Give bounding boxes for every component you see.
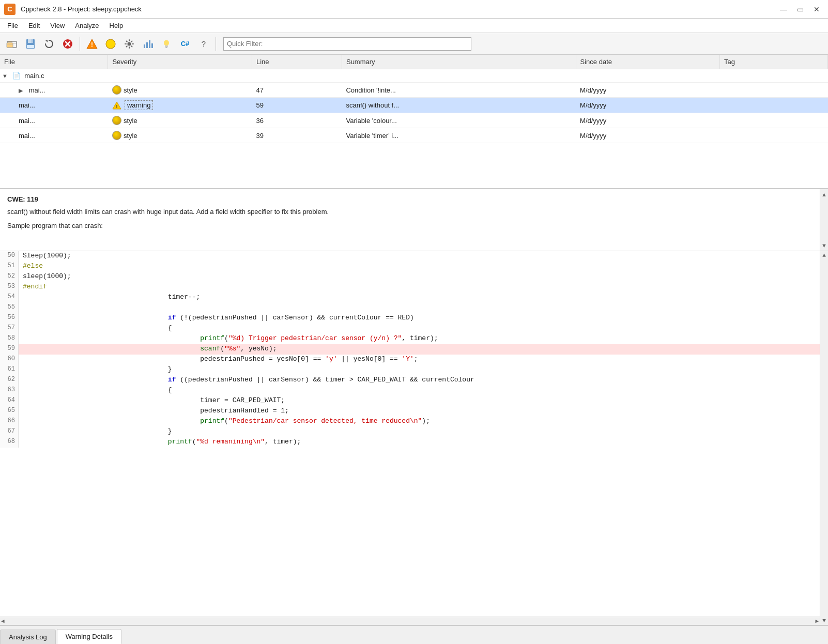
file-group-row[interactable]: ▼ 📄 main.c	[0, 69, 828, 83]
row2-severity: warning	[125, 100, 154, 110]
menu-help[interactable]: Help	[104, 20, 129, 32]
expand-icon-row1[interactable]: ▶	[19, 87, 26, 94]
tab-warning-details[interactable]: Warning Details	[57, 629, 121, 644]
row2-summary: scanf() without f...	[342, 98, 576, 113]
line-content: #endif	[19, 282, 49, 293]
description-panel: CWE: 119 scanf() without field width lim…	[0, 189, 828, 251]
toolbar-open[interactable]	[3, 36, 21, 52]
description-text: scanf() without field width limits can c…	[7, 207, 821, 217]
row2-date: M/d/yyyy	[576, 98, 720, 113]
cwe-label: CWE: 119	[7, 194, 821, 205]
col-header-file: File	[0, 55, 108, 69]
line-number: 57	[0, 324, 19, 334]
row1-file: mai...	[29, 86, 45, 94]
line-number: 50	[0, 251, 19, 262]
line-number: 62	[0, 375, 19, 386]
toolbar-statistics[interactable]	[139, 36, 157, 52]
row1-line: 47	[252, 83, 342, 98]
line-number: 61	[0, 365, 19, 375]
line-number: 54	[0, 293, 19, 303]
toolbar-sep-1	[80, 37, 80, 51]
svg-rect-20	[165, 45, 168, 47]
toolbar-save[interactable]	[22, 36, 39, 52]
svg-point-19	[164, 40, 169, 45]
code-scrollbar-h[interactable]: ◀ ▶	[0, 617, 820, 625]
bottom-tabs: Analysis Log Warning Details	[0, 625, 828, 644]
col-header-line: Line	[252, 55, 342, 69]
code-line-67: 67 }	[0, 427, 828, 437]
row4-tag	[720, 128, 828, 143]
svg-rect-18	[151, 43, 153, 48]
code-line-58: 58 printf("%d) Trigger pedestrian/car se…	[0, 334, 828, 344]
table-row[interactable]: mai... ! warning 59 scanf() without f...	[0, 98, 828, 113]
toolbar-cpp[interactable]: C#	[176, 36, 194, 52]
row4-line: 39	[252, 128, 342, 143]
toolbar-reload[interactable]	[40, 36, 58, 52]
line-content: scanf("%s", yesNo);	[19, 344, 279, 355]
menu-analyze[interactable]: Analyze	[70, 20, 104, 32]
row3-line: 36	[252, 113, 342, 128]
svg-rect-15	[144, 44, 145, 48]
toolbar-settings[interactable]	[120, 36, 138, 52]
minimize-button[interactable]: —	[776, 4, 791, 15]
line-content: printf("%d remanining\n", timer);	[19, 437, 303, 448]
menu-edit[interactable]: Edit	[23, 20, 45, 32]
title-bar-controls: — ▭ ✕	[776, 4, 824, 15]
row4-date: M/d/yyyy	[576, 128, 720, 143]
results-table: File Severity Line Summary Since date Ta…	[0, 55, 828, 143]
line-number: 59	[0, 344, 19, 355]
main-content: File Severity Line Summary Since date Ta…	[0, 55, 828, 625]
row1-tag	[720, 83, 828, 98]
line-content: if (!(pedestrianPushed || carSensor) && …	[19, 313, 416, 324]
toolbar-help[interactable]: ?	[195, 36, 212, 52]
line-content: timer--;	[19, 293, 202, 303]
toolbar-stop[interactable]	[59, 36, 76, 52]
line-number: 60	[0, 355, 19, 365]
row4-summary: Variable 'timer' i...	[342, 128, 576, 143]
code-line-64: 64 timer = CAR_PED_WAIT;	[0, 396, 828, 406]
svg-marker-7	[45, 40, 48, 42]
line-number: 65	[0, 406, 19, 417]
line-number: 64	[0, 396, 19, 406]
row1-summary: Condition '!inte...	[342, 83, 576, 98]
code-panel[interactable]: 50Sleep(1000);51#else52sleep(1000);53#en…	[0, 251, 828, 625]
svg-rect-21	[165, 47, 167, 48]
code-line-55: 55	[0, 303, 828, 313]
menu-view[interactable]: View	[45, 20, 70, 32]
table-row[interactable]: mai... style 39 Variable 'timer' i... M/…	[0, 128, 828, 143]
line-number: 67	[0, 427, 19, 437]
maximize-button[interactable]: ▭	[793, 4, 807, 15]
close-button[interactable]: ✕	[809, 4, 824, 15]
line-number: 53	[0, 282, 19, 293]
table-row[interactable]: ▶ mai... style 47 Condition '!inte... M/…	[0, 83, 828, 98]
style-icon-4	[112, 131, 121, 140]
menu-file[interactable]: File	[2, 20, 23, 32]
description-scrollbar[interactable]: ▲ ▼	[820, 189, 828, 251]
line-content: pedestrianHandled = 1;	[19, 406, 291, 417]
code-line-61: 61 }	[0, 365, 828, 375]
line-content: printf("%d) Trigger pedestrian/car senso…	[19, 334, 440, 344]
row4-file: mai...	[19, 132, 35, 140]
row2-file: mai...	[19, 101, 35, 109]
toolbar-bulb[interactable]	[158, 36, 175, 52]
table-row[interactable]: mai... style 36 Variable 'colour... M/d/…	[0, 113, 828, 128]
menu-bar: File Edit View Analyze Help	[0, 19, 828, 33]
line-content: if ((pedestrianPushed || carSensor) && t…	[19, 375, 477, 386]
code-line-62: 62 if ((pedestrianPushed || carSensor) &…	[0, 375, 828, 386]
toolbar-check-all[interactable]: !	[83, 36, 101, 52]
line-content: #else	[19, 262, 45, 272]
code-line-59: 59 scanf("%s", yesNo);	[0, 344, 828, 355]
expand-icon[interactable]: ▼	[2, 73, 9, 79]
code-line-53: 53#endif	[0, 282, 828, 293]
sample-label: Sample program that can crash:	[7, 221, 821, 231]
tab-analysis-log[interactable]: Analysis Log	[0, 630, 56, 644]
row3-date: M/d/yyyy	[576, 113, 720, 128]
svg-rect-17	[149, 40, 150, 48]
quick-filter-input[interactable]	[223, 37, 471, 51]
line-number: 52	[0, 272, 19, 282]
code-scrollbar-v[interactable]: ▲ ▼	[820, 251, 828, 625]
app-icon: C	[4, 4, 16, 15]
code-line-66: 66 printf("Pedestrian/car sensor detecte…	[0, 417, 828, 427]
row4-severity: style	[124, 132, 137, 140]
toolbar-check-changed[interactable]	[102, 36, 119, 52]
